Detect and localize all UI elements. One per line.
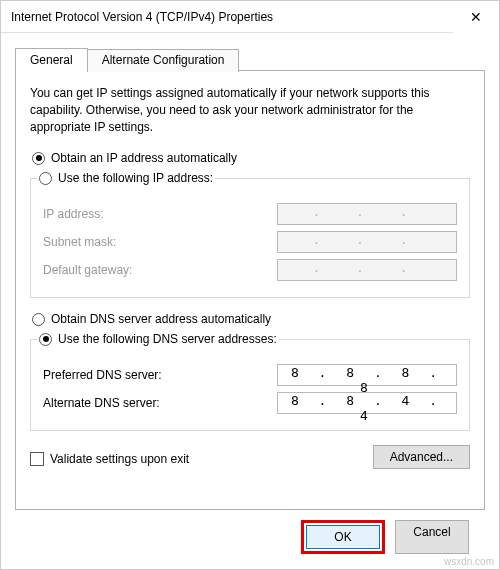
tab-strip: General Alternate Configuration xyxy=(15,47,485,70)
preferred-dns-label: Preferred DNS server: xyxy=(43,368,277,382)
validate-checkbox-row[interactable]: Validate settings upon exit xyxy=(30,452,189,466)
checkbox-icon xyxy=(30,452,44,466)
default-gateway-label: Default gateway: xyxy=(43,263,277,277)
ok-highlight-box: OK xyxy=(301,520,385,554)
radio-ip-auto-label: Obtain an IP address automatically xyxy=(51,151,237,165)
radio-icon xyxy=(39,333,52,346)
dns-fieldset: Use the following DNS server addresses: … xyxy=(30,328,470,431)
window-title: Internet Protocol Version 4 (TCP/IPv4) P… xyxy=(11,10,273,24)
ip-address-input[interactable]: . . . xyxy=(277,203,457,225)
radio-icon xyxy=(32,152,45,165)
default-gateway-input[interactable]: . . . xyxy=(277,259,457,281)
alternate-dns-input[interactable]: 8 . 8 . 4 . 4 xyxy=(277,392,457,414)
close-button[interactable]: ✕ xyxy=(453,1,499,33)
tab-general[interactable]: General xyxy=(15,48,88,71)
description-text: You can get IP settings assigned automat… xyxy=(30,85,470,135)
subnet-mask-label: Subnet mask: xyxy=(43,235,277,249)
radio-ip-manual-label: Use the following IP address: xyxy=(58,171,213,185)
validate-label: Validate settings upon exit xyxy=(50,452,189,466)
dialog-footer: OK Cancel xyxy=(15,510,485,554)
preferred-dns-input[interactable]: 8 . 8 . 8 . 8 xyxy=(277,364,457,386)
radio-dns-manual-label: Use the following DNS server addresses: xyxy=(58,332,277,346)
ok-button[interactable]: OK xyxy=(306,525,380,549)
alternate-dns-label: Alternate DNS server: xyxy=(43,396,277,410)
radio-dns-auto[interactable]: Obtain DNS server address automatically xyxy=(32,312,470,326)
ip-fieldset: Use the following IP address: IP address… xyxy=(30,167,470,298)
radio-ip-auto[interactable]: Obtain an IP address automatically xyxy=(32,151,470,165)
titlebar: Internet Protocol Version 4 (TCP/IPv4) P… xyxy=(1,1,499,33)
cancel-button[interactable]: Cancel xyxy=(395,520,469,554)
tab-alternate[interactable]: Alternate Configuration xyxy=(87,49,240,72)
advanced-button[interactable]: Advanced... xyxy=(373,445,470,469)
ip-address-label: IP address: xyxy=(43,207,277,221)
radio-dns-auto-label: Obtain DNS server address automatically xyxy=(51,312,271,326)
radio-ip-manual[interactable]: Use the following IP address: xyxy=(39,171,213,185)
subnet-mask-input[interactable]: . . . xyxy=(277,231,457,253)
radio-dns-manual[interactable]: Use the following DNS server addresses: xyxy=(39,332,277,346)
radio-icon xyxy=(39,172,52,185)
close-icon: ✕ xyxy=(470,9,482,25)
radio-icon xyxy=(32,313,45,326)
